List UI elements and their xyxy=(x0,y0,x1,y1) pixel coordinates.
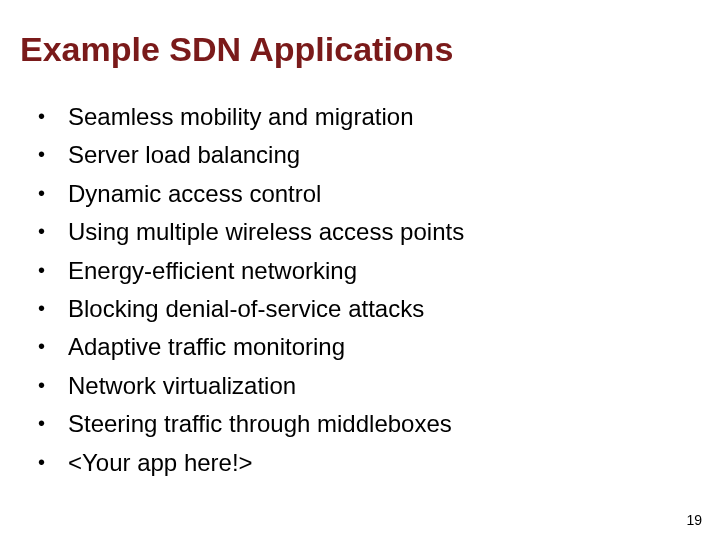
bullet-list: • Seamless mobility and migration • Serv… xyxy=(20,101,700,479)
bullet-icon: • xyxy=(38,331,62,360)
bullet-icon: • xyxy=(38,216,62,245)
list-item: • Dynamic access control xyxy=(38,178,700,210)
bullet-text: Dynamic access control xyxy=(62,178,700,210)
list-item: • Seamless mobility and migration xyxy=(38,101,700,133)
bullet-icon: • xyxy=(38,101,62,130)
page-number: 19 xyxy=(686,512,702,528)
bullet-icon: • xyxy=(38,255,62,284)
list-item: • Server load balancing xyxy=(38,139,700,171)
bullet-text: Network virtualization xyxy=(62,370,700,402)
bullet-text: Energy-efficient networking xyxy=(62,255,700,287)
list-item: • Network virtualization xyxy=(38,370,700,402)
bullet-text: Using multiple wireless access points xyxy=(62,216,700,248)
list-item: • Adaptive traffic monitoring xyxy=(38,331,700,363)
list-item: • <Your app here!> xyxy=(38,447,700,479)
list-item: • Steering traffic through middleboxes xyxy=(38,408,700,440)
bullet-icon: • xyxy=(38,178,62,207)
bullet-text: <Your app here!> xyxy=(62,447,700,479)
bullet-text: Adaptive traffic monitoring xyxy=(62,331,700,363)
list-item: • Using multiple wireless access points xyxy=(38,216,700,248)
bullet-text: Server load balancing xyxy=(62,139,700,171)
list-item: • Energy-efficient networking xyxy=(38,255,700,287)
bullet-text: Steering traffic through middleboxes xyxy=(62,408,700,440)
bullet-icon: • xyxy=(38,139,62,168)
bullet-icon: • xyxy=(38,293,62,322)
bullet-icon: • xyxy=(38,370,62,399)
bullet-text: Blocking denial-of-service attacks xyxy=(62,293,700,325)
list-item: • Blocking denial-of-service attacks xyxy=(38,293,700,325)
bullet-icon: • xyxy=(38,447,62,476)
slide-title: Example SDN Applications xyxy=(20,30,700,69)
slide-container: Example SDN Applications • Seamless mobi… xyxy=(0,0,720,540)
bullet-text: Seamless mobility and migration xyxy=(62,101,700,133)
bullet-icon: • xyxy=(38,408,62,437)
